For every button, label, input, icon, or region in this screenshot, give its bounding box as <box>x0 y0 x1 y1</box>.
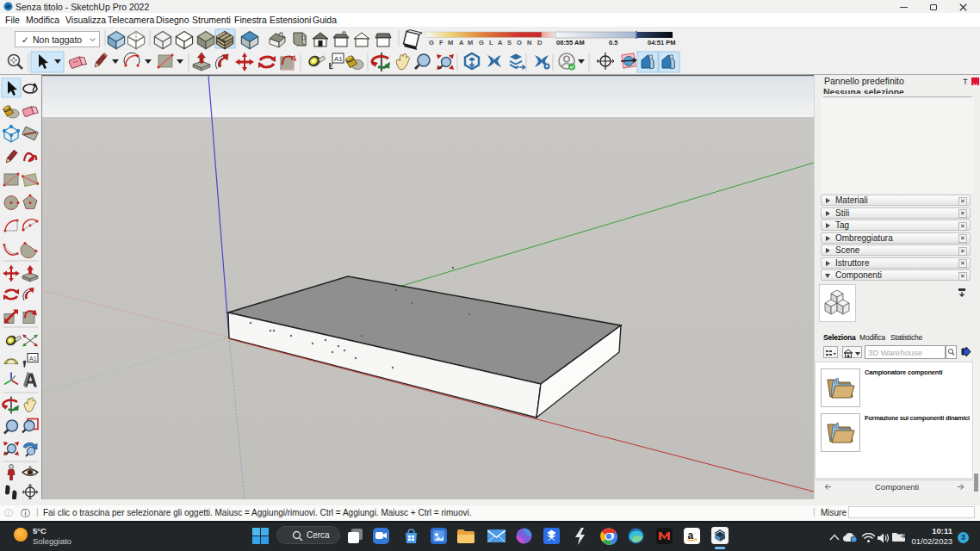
svg-text:O: O <box>517 39 522 46</box>
svg-text:M: M <box>448 39 453 46</box>
svg-text:G: G <box>429 39 434 46</box>
svg-text:A: A <box>498 39 503 46</box>
svg-text:06:55 AM: 06:55 AM <box>556 39 585 46</box>
svg-text:04:51 PM: 04:51 PM <box>648 39 676 46</box>
svg-text:A1: A1 <box>334 55 343 63</box>
svg-text:G: G <box>479 39 484 46</box>
svg-text:A1: A1 <box>29 356 37 362</box>
svg-text:L: L <box>489 39 493 46</box>
svg-text:A: A <box>459 39 464 46</box>
svg-text:F: F <box>439 39 443 46</box>
svg-text:D: D <box>537 39 543 46</box>
svg-text:S: S <box>507 39 512 46</box>
svg-text:0.5: 0.5 <box>609 39 617 46</box>
svg-text:N: N <box>527 39 531 46</box>
svg-text:M: M <box>468 39 473 46</box>
